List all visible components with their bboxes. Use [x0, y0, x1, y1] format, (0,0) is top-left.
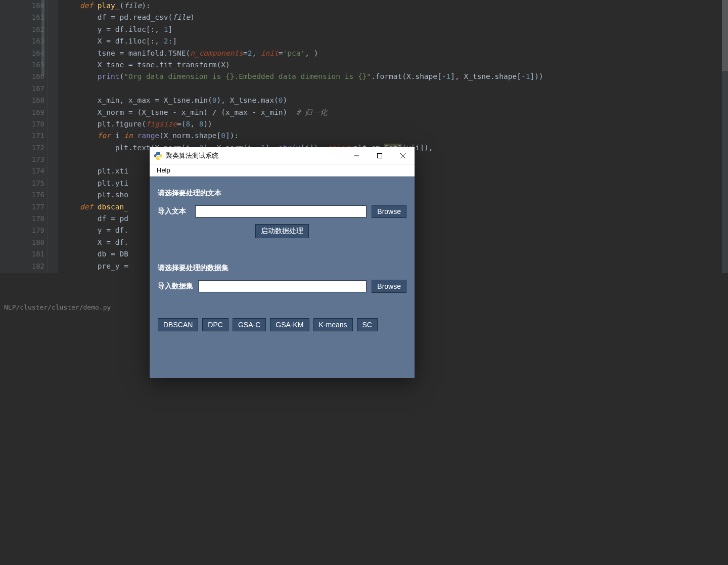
process-button[interactable]: 启动数据处理 — [255, 224, 309, 238]
gutter: 1601611621631641651661671681691701711721… — [0, 0, 48, 273]
algo-button-gsa-c[interactable]: GSA-C — [233, 318, 266, 331]
algo-button-dpc[interactable]: DPC — [202, 318, 229, 331]
code-line[interactable]: y = df.iloc[:, 1] — [62, 24, 728, 35]
algo-button-dbscan[interactable]: DBSCAN — [158, 318, 198, 331]
line-number[interactable]: 177 — [0, 201, 44, 213]
line-number[interactable]: 165 — [0, 59, 44, 71]
code-line[interactable] — [62, 83, 728, 95]
code-line[interactable]: for i in range(X_norm.shape[0]): — [62, 130, 728, 142]
maximize-button[interactable] — [368, 147, 391, 164]
section2-title: 请选择要处理的数据集 — [158, 264, 406, 273]
line-number[interactable]: 170 — [0, 118, 44, 130]
code-line[interactable]: x_min, x_max = X_tsne.min(0), X_tsne.max… — [62, 95, 728, 106]
line-number[interactable]: 168 — [0, 95, 44, 106]
line-number[interactable]: 182 — [0, 260, 44, 272]
algo-button-k-means[interactable]: K-means — [313, 318, 353, 331]
titlebar[interactable]: 聚类算法测试系统 — [150, 147, 415, 164]
svg-rect-3 — [378, 154, 382, 158]
svg-point-1 — [159, 158, 160, 159]
dataset-import-label: 导入数据集 — [158, 282, 193, 291]
menubar: Help — [150, 164, 415, 177]
python-icon — [154, 151, 163, 160]
dataset-import-row: 导入数据集 Browse — [158, 280, 406, 293]
algo-button-sc[interactable]: SC — [357, 318, 378, 331]
close-icon — [400, 153, 405, 158]
minimize-icon — [354, 153, 359, 158]
code-line[interactable]: X = df.iloc[:, 2:] — [62, 35, 728, 47]
line-number[interactable]: 166 — [0, 71, 44, 82]
menu-help[interactable]: Help — [153, 165, 174, 175]
line-number[interactable]: 162 — [0, 24, 44, 35]
line-number[interactable]: 179 — [0, 225, 44, 236]
line-number[interactable]: 163 — [0, 35, 44, 47]
code-line[interactable]: X_tsne = tsne.fit_transform(X) — [62, 59, 728, 71]
line-number[interactable]: 169 — [0, 107, 44, 118]
dialog-window: 聚类算法测试系统 Help 请选择要处理的文本 导入文本 Browse 启动数据… — [150, 147, 415, 378]
text-browse-button[interactable]: Browse — [372, 205, 406, 218]
scrollbar-thumb[interactable] — [722, 0, 728, 71]
maximize-icon — [377, 153, 382, 158]
text-import-input[interactable] — [195, 205, 367, 218]
line-number[interactable]: 174 — [0, 165, 44, 177]
window-title: 聚类算法测试系统 — [166, 151, 345, 160]
code-line[interactable]: print("Org data dimension is {}.Embedded… — [62, 71, 728, 82]
code-line[interactable]: X_norm = (X_tsne - x_min) / (x_max - x_m… — [62, 107, 728, 118]
minimize-button[interactable] — [345, 147, 368, 164]
dataset-import-input[interactable] — [198, 280, 367, 292]
fold-column — [48, 0, 58, 273]
line-number[interactable]: 180 — [0, 237, 44, 248]
breadcrumb-path: NLP/cluster/cluster/demo.py — [4, 303, 111, 311]
line-number[interactable]: 181 — [0, 248, 44, 260]
line-number[interactable]: 161 — [0, 12, 44, 23]
scrollbar-track[interactable] — [722, 0, 728, 273]
line-number[interactable]: 172 — [0, 142, 44, 154]
dialog-body: 请选择要处理的文本 导入文本 Browse 启动数据处理 请选择要处理的数据集 … — [150, 177, 415, 378]
line-number[interactable]: 171 — [0, 130, 44, 142]
code-line[interactable]: def play_(file): — [62, 0, 728, 12]
code-line[interactable]: plt.figure(figsize=(8, 8)) — [62, 118, 728, 130]
section1-title: 请选择要处理的文本 — [158, 189, 406, 198]
line-number[interactable]: 164 — [0, 48, 44, 59]
svg-point-0 — [157, 152, 157, 153]
dataset-browse-button[interactable]: Browse — [372, 280, 406, 293]
close-button[interactable] — [391, 147, 415, 164]
text-import-row: 导入文本 Browse — [158, 205, 406, 218]
line-number[interactable]: 167 — [0, 83, 44, 95]
algorithm-buttons-row: DBSCANDPCGSA-CGSA-KMK-meansSC — [158, 318, 406, 331]
code-line[interactable]: tsne = manifold.TSNE(n_components=2, ini… — [62, 48, 728, 59]
window-controls — [345, 147, 415, 164]
process-row: 启动数据处理 — [158, 224, 406, 238]
code-line[interactable]: df = pd.read_csv(file) — [62, 12, 728, 23]
text-import-label: 导入文本 — [158, 207, 190, 216]
algo-button-gsa-km[interactable]: GSA-KM — [270, 318, 309, 331]
line-number[interactable]: 175 — [0, 178, 44, 189]
line-number[interactable]: 178 — [0, 213, 44, 225]
line-number[interactable]: 173 — [0, 154, 44, 165]
line-number[interactable]: 160 — [0, 0, 44, 12]
line-number[interactable]: 176 — [0, 189, 44, 201]
